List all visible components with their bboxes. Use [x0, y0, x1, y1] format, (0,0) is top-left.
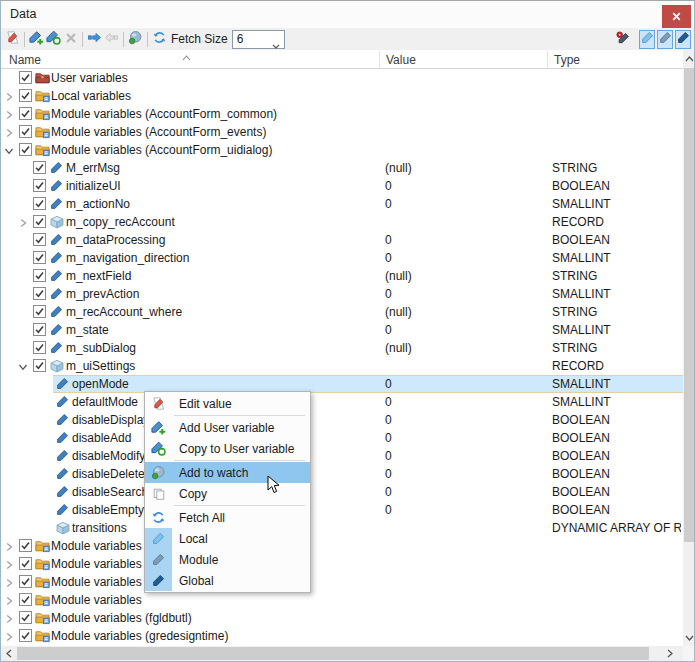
row-checkbox[interactable]: [33, 161, 46, 177]
row-checkbox[interactable]: [19, 89, 32, 105]
row-checkbox[interactable]: [33, 341, 46, 357]
tree-row[interactable]: m_dataProcessing0BOOLEAN: [1, 231, 683, 249]
row-checkbox[interactable]: [33, 323, 46, 339]
scroll-right-icon[interactable]: [662, 646, 677, 661]
menu-item-fetch-all[interactable]: Fetch All: [145, 507, 310, 528]
tree-row[interactable]: m_state0SMALLINT: [1, 321, 683, 339]
close-button[interactable]: [662, 5, 691, 28]
column-divider[interactable]: [547, 51, 548, 68]
tree-row[interactable]: Module variables: [1, 555, 683, 573]
tree-row[interactable]: disableDisplay0BOOLEAN: [1, 411, 683, 429]
row-checkbox[interactable]: [19, 593, 32, 609]
row-checkbox[interactable]: [19, 143, 32, 159]
tree-row[interactable]: disableModify0BOOLEAN: [1, 447, 683, 465]
tree-row[interactable]: m_subDialog(null)STRING: [1, 339, 683, 357]
fetch-button[interactable]: [151, 30, 168, 48]
fetch-size-select[interactable]: 6: [232, 30, 285, 49]
tree-row[interactable]: openMode0SMALLINT: [1, 375, 683, 393]
row-checkbox[interactable]: [19, 557, 32, 573]
show-module-button[interactable]: [657, 30, 673, 49]
row-checkbox[interactable]: [33, 197, 46, 213]
menu-item-copy-to-user-variable[interactable]: Copy to User variable: [145, 438, 310, 459]
row-checkbox[interactable]: [33, 359, 46, 375]
tree-row[interactable]: User variables: [1, 69, 683, 87]
column-header-type[interactable]: Type: [554, 53, 580, 67]
row-checkbox[interactable]: [19, 575, 32, 591]
tree-row[interactable]: m_uiSettingsRECORD: [1, 357, 683, 375]
row-checkbox[interactable]: [33, 287, 46, 303]
chevron-right-icon[interactable]: [4, 541, 14, 555]
column-divider[interactable]: [379, 51, 380, 68]
menu-item-global[interactable]: Global: [145, 570, 310, 591]
tree-row[interactable]: M_errMsg(null)STRING: [1, 159, 683, 177]
row-checkbox[interactable]: [33, 305, 46, 321]
column-header-value[interactable]: Value: [386, 53, 416, 67]
scroll-up-icon[interactable]: [683, 50, 695, 67]
add-to-watch-button[interactable]: [127, 30, 144, 48]
tree-row[interactable]: disableEmpty0BOOLEAN: [1, 501, 683, 519]
show-local-button[interactable]: [639, 30, 655, 49]
tree-row[interactable]: m_prevAction0SMALLINT: [1, 285, 683, 303]
next-button[interactable]: [86, 30, 103, 48]
show-global-button[interactable]: [675, 30, 691, 49]
menu-item-add-user-variable[interactable]: Add User variable: [145, 417, 310, 438]
tree-row[interactable]: initializeUI0BOOLEAN: [1, 177, 683, 195]
edit-value-button[interactable]: [4, 30, 21, 48]
chevron-down-icon[interactable]: [4, 145, 14, 159]
scroll-down-icon[interactable]: [683, 629, 695, 646]
tree-row[interactable]: Module variables (AccountForm_uidialog): [1, 141, 683, 159]
row-checkbox[interactable]: [19, 71, 32, 87]
chevron-right-icon[interactable]: [4, 109, 14, 123]
tree-row[interactable]: Module variables (AccountForm_common): [1, 105, 683, 123]
row-checkbox[interactable]: [19, 107, 32, 123]
scroll-left-icon[interactable]: [1, 646, 16, 661]
tree-row[interactable]: Module variables (fgldbutl): [1, 609, 683, 627]
horizontal-scrollbar-thumb[interactable]: [17, 647, 649, 660]
tree-row[interactable]: Module variables: [1, 537, 683, 555]
tree-row[interactable]: Module variables (gredesigntime): [1, 627, 683, 645]
horizontal-scrollbar[interactable]: [1, 646, 683, 661]
chevron-right-icon[interactable]: [4, 127, 14, 141]
chevron-right-icon[interactable]: [4, 559, 14, 573]
chevron-right-icon[interactable]: [4, 91, 14, 105]
chevron-right-icon[interactable]: [4, 631, 14, 645]
row-checkbox[interactable]: [19, 125, 32, 141]
row-checkbox[interactable]: [19, 629, 32, 645]
vertical-scrollbar-thumb[interactable]: [684, 68, 695, 542]
tree-row[interactable]: Local variables: [1, 87, 683, 105]
vertical-scrollbar[interactable]: [683, 50, 695, 646]
copy-to-user-variable-button[interactable]: [45, 30, 62, 48]
chevron-right-icon[interactable]: [4, 595, 14, 609]
chevron-right-icon[interactable]: [4, 577, 14, 591]
tree-row[interactable]: m_navigation_direction0SMALLINT: [1, 249, 683, 267]
row-checkbox[interactable]: [33, 251, 46, 267]
tree-row[interactable]: m_copy_recAccountRECORD: [1, 213, 683, 231]
delete-variable-button[interactable]: [62, 30, 79, 48]
tree-row[interactable]: disableDelete0BOOLEAN: [1, 465, 683, 483]
chevron-right-icon[interactable]: [18, 217, 28, 231]
menu-item-copy[interactable]: Copy: [145, 483, 310, 504]
menu-item-local[interactable]: Local: [145, 528, 310, 549]
tree-row[interactable]: defaultMode0SMALLINT: [1, 393, 683, 411]
row-checkbox[interactable]: [33, 233, 46, 249]
tree-row[interactable]: Module variables: [1, 573, 683, 591]
menu-item-add-to-watch[interactable]: Add to watch: [145, 462, 310, 483]
row-checkbox[interactable]: [33, 269, 46, 285]
chevron-down-icon[interactable]: [18, 361, 28, 375]
previous-button[interactable]: [103, 30, 120, 48]
add-user-variable-button[interactable]: [28, 30, 45, 48]
menu-item-edit-value[interactable]: Edit value: [145, 393, 310, 414]
menu-item-module[interactable]: Module: [145, 549, 310, 570]
tree-row[interactable]: m_actionNo0SMALLINT: [1, 195, 683, 213]
tree-row[interactable]: disableSearch0BOOLEAN: [1, 483, 683, 501]
tree-row[interactable]: disableAdd0BOOLEAN: [1, 429, 683, 447]
column-header-name[interactable]: Name: [9, 53, 41, 67]
tree-row[interactable]: Module variables (AccountForm_events): [1, 123, 683, 141]
tree-row[interactable]: Module variables: [1, 591, 683, 609]
edit-breakpoint-button[interactable]: [615, 30, 631, 49]
chevron-right-icon[interactable]: [4, 613, 14, 627]
row-checkbox[interactable]: [33, 179, 46, 195]
row-checkbox[interactable]: [33, 215, 46, 231]
tree-row[interactable]: m_nextField(null)STRING: [1, 267, 683, 285]
row-checkbox[interactable]: [19, 539, 32, 555]
